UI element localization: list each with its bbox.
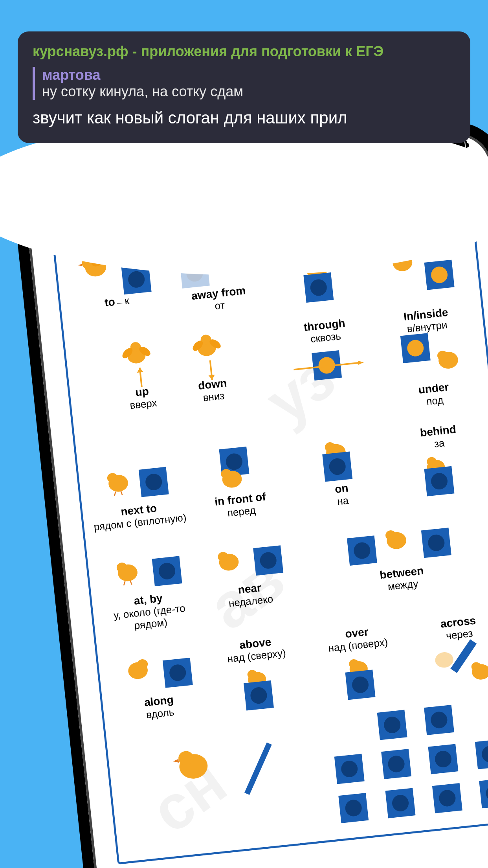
bottom-illustration [114, 719, 323, 846]
channel-title: курснавуз.рф - приложения для подготовки… [33, 43, 455, 60]
prep-under-inside: In/inside в/внутри under под [376, 301, 484, 412]
prep-over: over над (поверх) [307, 619, 413, 703]
reply-text: ну сотку кинула, на сотку сдам [42, 83, 455, 100]
reply-block: мартова ну сотку кинула, на сотку сдам [33, 67, 455, 100]
prep-between: between между [296, 507, 488, 614]
prep-on: on на [287, 428, 392, 512]
message-bubble: курснавуз.рф - приложения для подготовки… [18, 31, 470, 143]
prep-behind: behind за [389, 417, 488, 502]
prep-at-by: at, by у, около (где-то рядом) [94, 539, 200, 635]
svg-line-30 [114, 492, 116, 496]
prep-up-down: up вверх down вниз [72, 322, 281, 444]
prep-in-front-of: in front of перед [185, 439, 291, 523]
prepositions-grid: to — к away from от into в [62, 211, 488, 846]
svg-marker-57 [172, 759, 178, 763]
reply-author: мартова [42, 67, 455, 83]
boxes-pyramid [317, 698, 488, 825]
svg-marker-17 [136, 367, 143, 373]
prep-through: through сквозь [275, 312, 383, 423]
message-text: звучит как новый слоган для наших прил [33, 108, 455, 127]
prepositions-chart: Предлоги места и направления (пространст… [50, 175, 488, 864]
prep-next-to: next to рядом с (вплотную) [84, 449, 189, 533]
svg-line-40 [123, 581, 126, 585]
svg-line-41 [130, 581, 132, 585]
svg-line-31 [121, 491, 122, 495]
svg-marker-2 [78, 264, 82, 266]
svg-marker-25 [358, 360, 364, 365]
prep-near: near недалеко [195, 528, 301, 625]
svg-marker-23 [208, 375, 215, 380]
prep-along: along вдоль [104, 641, 209, 725]
prep-across: across через [409, 609, 488, 693]
prep-above: above над (сверху) [206, 630, 311, 714]
svg-point-52 [435, 651, 454, 669]
